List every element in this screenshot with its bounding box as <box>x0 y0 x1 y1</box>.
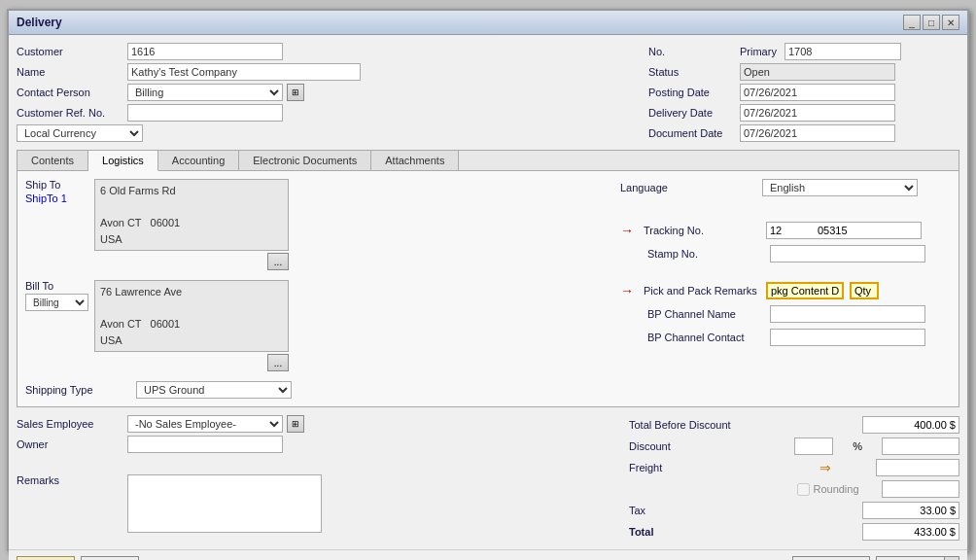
bill-to-address-section: 76 Lawrence AveAvon CT 06001USA ... <box>94 280 289 371</box>
pick-pack-label: Pick and Pack Remarks <box>644 285 760 297</box>
tracking-no-input[interactable] <box>766 222 922 239</box>
delivery-window: Delivery _ □ ✕ Customer Name Contact Per… <box>7 9 969 551</box>
delivery-date-input[interactable] <box>740 104 895 122</box>
tab-contents[interactable]: Contents <box>17 151 88 170</box>
ship-to-1-label: ShipTo 1 <box>25 192 84 204</box>
tab-electronic-documents[interactable]: Electronic Documents <box>239 151 371 170</box>
currency-select[interactable]: Local Currency <box>17 124 143 142</box>
contact-person-icon-btn[interactable]: ⊞ <box>287 84 304 101</box>
bp-channel-contact-input[interactable] <box>770 329 925 346</box>
owner-input[interactable] <box>127 436 283 453</box>
spacer1 <box>620 202 951 218</box>
posting-date-label: Posting Date <box>648 87 736 98</box>
language-row: Language English <box>620 179 951 196</box>
bill-to-address: 76 Lawrence AveAvon CT 06001USA <box>94 280 289 352</box>
ship-to-label: Ship To <box>25 179 84 191</box>
posting-date-row: Posting Date <box>648 84 959 101</box>
copy-from-button[interactable]: Copy From <box>792 556 870 560</box>
sales-employee-icon-btn[interactable]: ⊞ <box>287 415 304 433</box>
language-label: Language <box>620 182 756 193</box>
bp-channel-contact-label: BP Channel Contact <box>647 332 764 343</box>
ok-button[interactable]: OK <box>17 556 75 560</box>
tab-logistics[interactable]: Logistics <box>88 151 158 171</box>
billing-select[interactable]: Billing <box>25 294 88 311</box>
status-label: Status <box>648 66 736 78</box>
tax-label: Tax <box>629 505 775 516</box>
tab-accounting[interactable]: Accounting <box>158 151 239 170</box>
customer-ref-label: Customer Ref. No. <box>17 107 123 119</box>
ship-to-address: 6 Old Farms RdAvon CT 06001USA <box>94 179 289 251</box>
discount-pct-input[interactable] <box>794 438 833 455</box>
logistics-left: Ship To ShipTo 1 6 Old Farms RdAvon CT 0… <box>25 179 612 399</box>
delivery-date-row: Delivery Date <box>648 104 959 122</box>
ship-to-address-section: 6 Old Farms RdAvon CT 06001USA ... <box>94 179 289 270</box>
no-row: No. Primary <box>648 43 959 60</box>
customer-input[interactable] <box>127 43 283 60</box>
pick-pack-input[interactable] <box>766 282 844 299</box>
footer-right: Copy From Copy To ▼ <box>792 556 959 560</box>
minimize-button[interactable]: _ <box>903 15 921 30</box>
window-title: Delivery <box>17 16 62 29</box>
total-row: Total <box>629 522 959 542</box>
pick-pack-row: → Pick and Pack Remarks <box>620 282 951 299</box>
bottom-section: Sales Employee -No Sales Employee- ⊞ Own… <box>17 415 959 542</box>
freight-label: Freight <box>629 462 775 473</box>
primary-label: Primary <box>740 46 777 57</box>
bill-to-section: Bill To Billing 76 Lawrence AveAvon CT 0… <box>25 280 612 371</box>
copy-to-dropdown-button[interactable]: ▼ <box>944 556 959 560</box>
language-select[interactable]: English <box>762 179 918 196</box>
tracking-arrow-icon: → <box>620 223 634 238</box>
customer-row: Customer <box>17 43 641 60</box>
customer-ref-input[interactable] <box>127 104 283 122</box>
tabs-section: Contents Logistics Accounting Electronic… <box>17 150 959 407</box>
no-input[interactable] <box>784 43 901 60</box>
close-button[interactable]: ✕ <box>942 15 959 30</box>
delivery-date-label: Delivery Date <box>648 107 736 119</box>
contact-person-label: Contact Person <box>17 87 123 98</box>
rounding-value[interactable] <box>882 480 959 498</box>
status-input <box>740 63 895 81</box>
stamp-no-input[interactable] <box>770 245 925 262</box>
total-value <box>862 523 959 541</box>
spacer2 <box>620 268 951 278</box>
customer-label: Customer <box>17 46 123 57</box>
ship-to-labels: Ship To ShipTo 1 <box>25 179 88 204</box>
total-before-discount-value <box>862 416 959 434</box>
bp-channel-name-input[interactable] <box>770 305 925 323</box>
document-date-row: Document Date <box>648 124 959 142</box>
top-section: Customer Name Contact Person Billing ⊞ C… <box>17 43 959 142</box>
discount-pct-symbol: % <box>853 440 862 452</box>
tracking-no-label: Tracking No. <box>644 225 760 236</box>
tax-value <box>862 502 959 519</box>
remarks-label: Remarks <box>17 474 123 486</box>
copy-to-button[interactable]: Copy To <box>876 556 944 560</box>
discount-value[interactable] <box>882 438 959 455</box>
tab-attachments[interactable]: Attachments <box>371 151 459 170</box>
name-input[interactable] <box>127 63 361 81</box>
ship-to-ellipsis-button[interactable]: ... <box>267 253 289 270</box>
discount-row: Discount % <box>629 437 959 456</box>
freight-value[interactable] <box>876 459 959 476</box>
contact-person-select[interactable]: Billing <box>127 84 283 101</box>
owner-label: Owner <box>17 438 123 450</box>
bill-to-labels: Bill To Billing <box>25 280 88 311</box>
ship-to-ellipsis-row: ... <box>94 253 289 270</box>
shipping-type-select[interactable]: UPS Ground <box>136 381 292 399</box>
total-before-discount-row: Total Before Discount <box>629 415 959 435</box>
pick-pack-qty-input[interactable] <box>850 282 879 299</box>
logistics-right: Language English → Tracking No. <box>620 179 951 399</box>
bill-to-ellipsis-button[interactable]: ... <box>267 354 289 371</box>
freight-row: Freight ⇒ <box>629 458 959 477</box>
status-row: Status <box>648 63 959 81</box>
document-date-input[interactable] <box>740 124 895 142</box>
freight-arrow-icon: ⇒ <box>819 460 831 475</box>
name-label: Name <box>17 66 123 78</box>
cancel-button[interactable]: Cancel <box>81 556 139 560</box>
rounding-checkbox-label[interactable]: Rounding <box>797 483 858 496</box>
maximize-button[interactable]: □ <box>923 15 940 30</box>
sales-employee-select[interactable]: -No Sales Employee- <box>127 415 283 433</box>
posting-date-input[interactable] <box>740 84 895 101</box>
remarks-textarea[interactable] <box>127 474 322 533</box>
remarks-row: Remarks <box>17 474 621 533</box>
rounding-checkbox[interactable] <box>797 483 810 496</box>
